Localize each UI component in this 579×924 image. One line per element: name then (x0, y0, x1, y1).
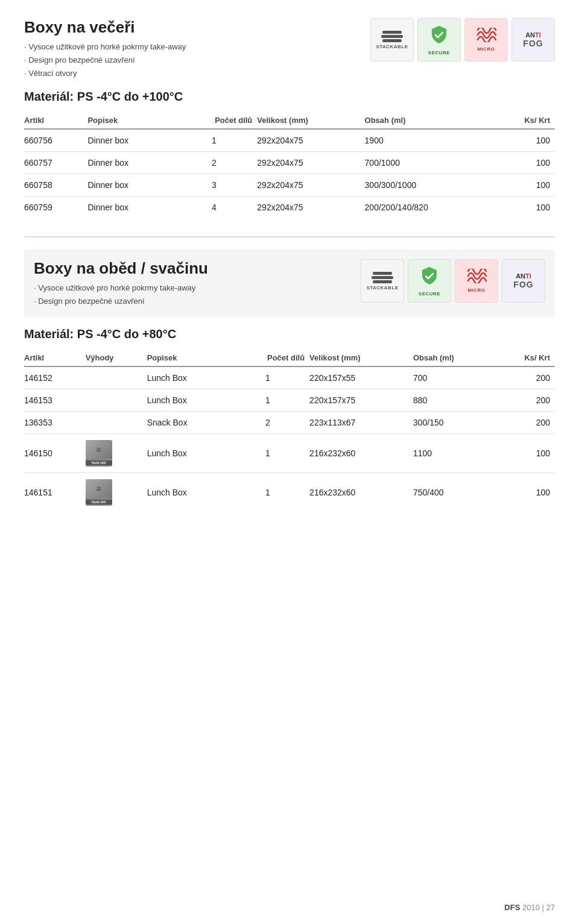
stackable-icon-2 (372, 272, 393, 283)
micro-icon (475, 28, 497, 45)
cell-artikl: 136353 (24, 412, 86, 434)
cell-obsah: 1100 (413, 434, 498, 473)
cell-artikl: 660759 (24, 196, 87, 219)
section1-header: Boxy na večeři Vysoce užitkové pro horké… (24, 18, 555, 80)
col-velikost-2: Velikost (mm) (309, 350, 413, 366)
cell-obsah: 880 (413, 389, 498, 412)
cell-ks: 100 (498, 434, 555, 473)
table-row: 660757 Dinner box 2 292x204x75 700/1000 … (24, 152, 555, 174)
stackable-badge-2: STACKABLE (361, 259, 404, 303)
cell-ks: 100 (496, 196, 555, 219)
section2-header: Boxy na oběd / svačinu Vysoce užitkové p… (24, 250, 555, 318)
table-row: 146152 Lunch Box 1 220x157x55 700 200 (24, 366, 555, 389)
section2-bullet-2: Design pro bezpečné uzavření (34, 295, 208, 308)
section2-badges: STACKABLE SECURE MICRO (361, 259, 545, 303)
section2-table: Artikl Výhody Popisek Počet dílů Velikos… (24, 350, 555, 512)
section2-title-block: Boxy na oběd / svačinu Vysoce užitkové p… (34, 259, 208, 308)
cell-obsah: 300/150 (413, 412, 498, 434)
tearoff-badge (86, 479, 112, 506)
material-line-1: Materiál: PS -4°C do +100°C (24, 90, 555, 104)
cell-ks: 100 (496, 152, 555, 174)
cell-velikost: 216x232x60 (309, 473, 413, 512)
secure-badge: SECURE (417, 18, 461, 61)
footer-label: DFS (504, 903, 520, 912)
section1-bullet-1: Vysoce užitkové pro horké pokrmy take-aw… (24, 40, 186, 54)
antifog-bottom: FOG (523, 39, 543, 48)
cell-popisek: Lunch Box (147, 389, 231, 412)
cell-artikl: 146152 (24, 366, 86, 389)
cell-vyhody (86, 366, 147, 389)
tearoff-icon (86, 479, 112, 498)
cell-popisek: Lunch Box (147, 473, 231, 512)
table-row: 146153 Lunch Box 1 220x157x75 880 200 (24, 389, 555, 412)
col-ks-1: Ks/ Krt (496, 112, 555, 129)
antifog-top: ANTI (525, 31, 541, 39)
cell-vyhody (86, 434, 147, 473)
col-popisek-2: Popisek (147, 350, 231, 366)
table-row: 660759 Dinner box 4 292x204x75 200/200/1… (24, 196, 555, 219)
cell-ks: 200 (498, 389, 555, 412)
cell-pocet: 3 (176, 174, 257, 196)
cell-popisek: Dinner box (87, 152, 176, 174)
table-row: 660758 Dinner box 3 292x204x75 300/300/1… (24, 174, 555, 196)
secure-label: SECURE (428, 50, 450, 55)
section1-bullet-2: Design pro bezpečné uzavření (24, 54, 186, 67)
col-obsah-1: Obsah (ml) (365, 112, 496, 129)
cell-vyhody (86, 412, 147, 434)
cell-artikl: 146153 (24, 389, 86, 412)
micro-label-2: MICRO (467, 288, 485, 293)
section2-bullet-1: Vysoce užitkové pro horké pokrmy take-aw… (34, 281, 208, 295)
section1-table: Artikl Popisek Počet dílů Velikost (mm) … (24, 112, 555, 218)
cell-obsah: 1900 (365, 129, 496, 152)
antifog-badge: ANTI FOG (511, 18, 555, 61)
cell-velikost: 292x204x75 (257, 174, 364, 196)
footer-year: 2010 (522, 903, 540, 912)
material-line-2: Materiál: PS -4°C do +80°C (24, 327, 555, 341)
cell-ks: 200 (498, 412, 555, 434)
cell-ks: 100 (496, 174, 555, 196)
section-divider (24, 236, 555, 237)
micro-badge: MICRO (464, 18, 508, 61)
antifog-badge-2: ANTI FOG (502, 259, 545, 303)
page-footer: DFS 2010 | 27 (504, 903, 555, 912)
cell-obsah: 700 (413, 366, 498, 389)
cell-pocet: 1 (176, 129, 257, 152)
section1-title-block: Boxy na večeři Vysoce užitkové pro horké… (24, 18, 186, 80)
secure-icon-2 (420, 266, 439, 289)
cell-pocet: 1 (231, 389, 309, 412)
stackable-badge: STACKABLE (370, 18, 414, 61)
cell-pocet: 2 (231, 412, 309, 434)
section1-bullet-3: Větrací otvory (24, 67, 186, 80)
footer-page: 27 (546, 903, 555, 912)
cell-vyhody (86, 389, 147, 412)
cell-ks: 200 (498, 366, 555, 389)
cell-popisek: Snack Box (147, 412, 231, 434)
cell-velikost: 292x204x75 (257, 152, 364, 174)
col-velikost-1: Velikost (mm) (257, 112, 364, 129)
cell-popisek: Dinner box (87, 174, 176, 196)
col-vyhody-2: Výhody (86, 350, 147, 366)
cell-velikost: 292x204x75 (257, 129, 364, 152)
table2-header-row: Artikl Výhody Popisek Počet dílů Velikos… (24, 350, 555, 366)
cell-pocet: 1 (231, 366, 309, 389)
section1-title: Boxy na večeři (24, 18, 186, 37)
col-pocet-2: Počet dílů (231, 350, 309, 366)
col-obsah-2: Obsah (ml) (413, 350, 498, 366)
cell-obsah: 750/400 (413, 473, 498, 512)
section2-bullets: Vysoce užitkové pro horké pokrmy take-aw… (34, 281, 208, 308)
secure-icon (429, 25, 449, 48)
col-artikl-2: Artikl (24, 350, 86, 366)
cell-obsah: 300/300/1000 (365, 174, 496, 196)
table1-header-row: Artikl Popisek Počet dílů Velikost (mm) … (24, 112, 555, 129)
secure-badge-2: SECURE (408, 259, 451, 303)
cell-artikl: 660757 (24, 152, 87, 174)
antifog-top-2: ANTI (516, 272, 531, 280)
table-row: 136353 Snack Box 2 223x113x67 300/150 20… (24, 412, 555, 434)
cell-pocet: 2 (176, 152, 257, 174)
micro-label: MICRO (477, 46, 495, 52)
section1-badges: STACKABLE SECURE MICRO (370, 18, 555, 61)
cell-velikost: 223x113x67 (309, 412, 413, 434)
cell-ks: 100 (498, 473, 555, 512)
stackable-label-2: STACKABLE (366, 285, 398, 291)
cell-obsah: 200/200/140/820 (365, 196, 496, 219)
